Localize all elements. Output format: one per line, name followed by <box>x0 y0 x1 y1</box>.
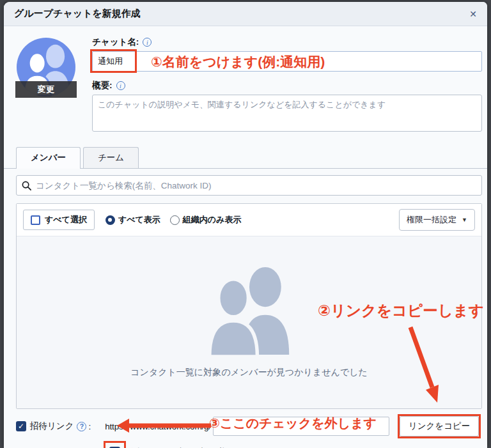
avatar-change-button[interactable]: 変更 <box>15 81 77 98</box>
chat-name-info-icon[interactable]: i <box>143 38 152 47</box>
chat-settings-form: 変更 チャット名: i ①名前をつけます(例:通知用) 概要: i <box>4 26 487 134</box>
member-team-tabs: メンバー チーム <box>4 147 487 169</box>
annotation-box-copy-button: リンクをコピー <box>398 414 481 438</box>
radio-org-only[interactable]: 組織内のみ表示 <box>170 214 242 226</box>
invite-link-input[interactable] <box>213 417 389 436</box>
bulk-permission-label: 権限一括設定 <box>407 214 456 226</box>
annotation-box-approval-checkbox: ✓ <box>104 441 126 448</box>
member-list-empty-state: コンタクト一覧に対象のメンバーが見つかりませんでした <box>17 236 481 408</box>
empty-message: コンタクト一覧に対象のメンバーが見つかりませんでした <box>130 367 368 378</box>
description-info-icon[interactable]: i <box>116 81 125 90</box>
close-icon[interactable]: ✕ <box>469 9 477 19</box>
invite-link-separator: : <box>88 422 91 431</box>
radio-unselected-icon[interactable] <box>170 215 180 225</box>
contact-search-input[interactable] <box>36 181 476 190</box>
description-label: 概要: <box>92 80 113 91</box>
chat-name-label: チャット名: <box>92 36 139 48</box>
member-list-panel: すべて選択 すべて表示 組織内のみ表示 権限一括設定 ▼ <box>16 203 482 409</box>
help-icon[interactable]: ? <box>77 422 86 431</box>
form-fields: チャット名: i ①名前をつけます(例:通知用) 概要: i <box>92 36 482 134</box>
member-filter-row: すべて選択 すべて表示 組織内のみ表示 権限一括設定 ▼ <box>17 204 481 236</box>
dialog-title: グループチャットを新規作成 <box>14 8 141 20</box>
radio-org-only-label: 組織内のみ表示 <box>183 214 242 226</box>
search-icon <box>22 181 31 190</box>
bulk-permission-button[interactable]: 権限一括設定 ▼ <box>399 209 475 231</box>
dialog-header: グループチャットを新規作成 ✕ <box>4 2 487 26</box>
select-all-checkbox[interactable]: すべて選択 <box>23 210 95 230</box>
invite-link-checkbox[interactable]: ✓ <box>16 421 26 431</box>
tab-members[interactable]: メンバー <box>16 147 81 169</box>
chat-name-input[interactable] <box>92 51 482 72</box>
group-people-icon <box>189 267 310 357</box>
radio-show-all[interactable]: すべて表示 <box>105 214 160 226</box>
radio-selected-icon[interactable] <box>105 215 115 225</box>
invite-url-prefix: https://www.chatwork.com/g/ <box>105 422 211 431</box>
select-all-checkbox-icon[interactable] <box>31 215 40 225</box>
description-textarea[interactable] <box>92 95 482 132</box>
tab-teams[interactable]: チーム <box>83 147 139 168</box>
select-all-label: すべて選択 <box>45 214 87 226</box>
radio-show-all-label: すべて表示 <box>118 214 160 226</box>
copy-link-button[interactable]: リンクをコピー <box>400 416 479 436</box>
contact-search[interactable] <box>16 175 482 196</box>
invite-link-label: 招待リンク <box>30 421 74 432</box>
group-avatar: 変更 <box>17 36 75 107</box>
caret-down-icon: ▼ <box>462 217 467 223</box>
create-group-chat-dialog: グループチャットを新規作成 ✕ 変更 チャット名 <box>4 2 487 448</box>
invite-link-section: ✓ 招待リンク ? : https://www.chatwork.com/g/ … <box>4 409 487 448</box>
